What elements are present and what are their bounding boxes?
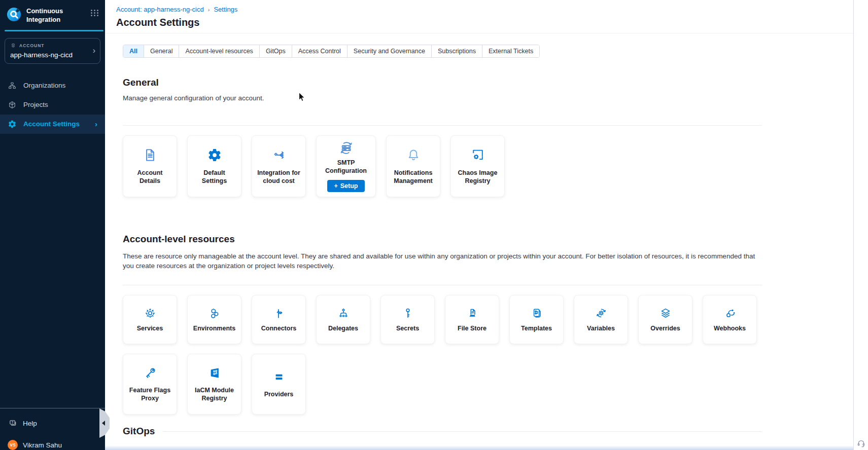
module-grid-icon[interactable]: [91, 7, 99, 16]
card-secrets[interactable]: Secrets: [380, 295, 435, 344]
card-label: Webhooks: [710, 325, 749, 333]
section-divider: [123, 125, 762, 126]
sidebar-item-organizations[interactable]: Organizations: [0, 76, 105, 95]
sidebar-footer: ? Help VS Vikram Sahu: [0, 408, 105, 450]
harness-ci-logo-icon[interactable]: [6, 7, 22, 22]
hexagons-icon: [208, 307, 221, 320]
general-cards: Account Details Default Settings In: [123, 135, 762, 197]
card-account-details[interactable]: Account Details: [123, 135, 177, 197]
card-label: Account Details: [123, 169, 177, 185]
double-bars-icon: [272, 370, 286, 384]
chevron-right-icon: ›: [93, 47, 95, 55]
avatar: VS: [8, 440, 18, 450]
chevron-left-icon: [102, 421, 105, 426]
tab-security-governance[interactable]: Security and Governance: [348, 45, 432, 57]
card-label: Notifications Management: [387, 169, 440, 185]
sidebar-item-account-settings[interactable]: Account Settings ›: [0, 115, 105, 134]
smtp-setup-label: Setup: [340, 182, 358, 190]
help-chat-icon: ?: [8, 419, 18, 428]
tab-subscriptions[interactable]: Subscriptions: [432, 45, 482, 57]
card-templates[interactable]: Templates: [509, 295, 564, 344]
card-label: Overrides: [647, 325, 683, 333]
gear-icon: [8, 120, 17, 129]
layers-stack-icon: [659, 307, 672, 320]
card-label: SMTP Configuration: [317, 159, 375, 175]
breadcrumb-account-link[interactable]: Account: app-harness-ng-cicd: [116, 6, 204, 13]
card-label: Connectors: [258, 325, 300, 333]
sidebar-nav: Organizations Projects Account Settings …: [0, 76, 105, 134]
card-services[interactable]: Services: [123, 295, 177, 344]
user-name: Vikram Sahu: [23, 441, 62, 449]
account-selector[interactable]: ACCOUNT app-harness-ng-cicd ›: [5, 38, 100, 64]
card-variables[interactable]: Variables: [574, 295, 628, 344]
gitops-heading: GitOps: [123, 426, 155, 437]
tab-account-level-resources[interactable]: Account-level resources: [179, 45, 259, 57]
card-providers[interactable]: Providers: [252, 354, 306, 415]
stacked-pages-icon: [530, 307, 543, 320]
gitops-section-header: GitOps: [123, 426, 762, 437]
document-icon: [143, 147, 158, 163]
card-label: Providers: [261, 391, 297, 399]
card-iacm-module-registry[interactable]: IaCM Module Registry: [187, 354, 241, 415]
webhook-icon: [723, 307, 737, 320]
right-rail: [853, 0, 868, 450]
help-label: Help: [23, 420, 37, 427]
page-title: Account Settings: [116, 17, 853, 28]
support-headset-icon[interactable]: [856, 439, 866, 448]
smtp-setup-button[interactable]: + Setup: [327, 180, 364, 192]
file-stand-icon: [466, 307, 479, 320]
card-delegates[interactable]: Delegates: [316, 295, 370, 344]
gitops-divider: [163, 431, 762, 432]
general-subtitle: Manage general configuration of your acc…: [123, 94, 762, 102]
gear-outline-icon: [144, 307, 157, 320]
section-divider: [123, 285, 762, 285]
svg-text:?: ?: [12, 421, 14, 424]
sidebar-item-label: Organizations: [23, 82, 65, 89]
card-feature-flags-proxy[interactable]: Feature Flags Proxy: [123, 354, 177, 415]
tab-all[interactable]: All: [123, 45, 144, 57]
tab-gitops[interactable]: GitOps: [260, 45, 292, 57]
account-label-row: ACCOUNT: [10, 43, 88, 49]
chevron-right-icon: ›: [95, 120, 97, 128]
card-environments[interactable]: Environments: [187, 295, 241, 344]
card-integration-cloud-cost[interactable]: Integration for cloud cost: [252, 135, 306, 197]
card-label: Default Settings: [188, 169, 241, 185]
card-default-settings[interactable]: Default Settings: [187, 135, 241, 197]
sidebar-item-label: Projects: [23, 101, 48, 108]
card-label: Integration for cloud cost: [252, 169, 305, 185]
card-label: Secrets: [393, 325, 423, 333]
card-webhooks[interactable]: Webhooks: [703, 295, 757, 344]
user-menu[interactable]: VS Vikram Sahu: [0, 428, 105, 450]
server-sync-icon: [338, 140, 354, 156]
key-vertical-icon: [401, 307, 414, 320]
account-label: ACCOUNT: [19, 43, 45, 48]
card-connectors[interactable]: Connectors: [252, 295, 306, 344]
resources-cards-row2: Feature Flags Proxy IaCM Module Registry: [123, 354, 762, 415]
card-label: Environments: [190, 325, 239, 333]
card-label: Chaos Image Registry: [451, 169, 504, 185]
module-accent-underline: [5, 30, 103, 31]
breadcrumb-settings-link[interactable]: Settings: [214, 6, 237, 13]
card-file-store[interactable]: File Store: [445, 295, 499, 344]
org-chart-icon: [8, 81, 17, 90]
card-label: Variables: [583, 325, 618, 333]
chevron-right-icon: ›: [208, 6, 210, 13]
help-button[interactable]: ? Help: [0, 408, 105, 428]
resources-cards-row1: Services Environments: [123, 295, 762, 344]
gear-icon: [207, 147, 222, 163]
card-notifications-management[interactable]: Notifications Management: [386, 135, 440, 197]
card-overrides[interactable]: Overrides: [638, 295, 692, 344]
module-board-icon: [207, 366, 222, 380]
page-body: All General Account-level resources GitO…: [105, 33, 762, 437]
card-smtp-configuration[interactable]: SMTP Configuration + Setup: [316, 135, 376, 197]
card-chaos-image-registry[interactable]: Chaos Image Registry: [450, 135, 505, 197]
tab-access-control[interactable]: Access Control: [292, 45, 348, 57]
bell-icon: [406, 147, 421, 163]
card-label: Services: [133, 325, 166, 333]
account-name: app-harness-ng-cicd: [10, 51, 88, 59]
general-heading: General: [123, 77, 762, 88]
sidebar-item-label: Account Settings: [23, 120, 80, 128]
sidebar-item-projects[interactable]: Projects: [0, 95, 105, 115]
tab-general[interactable]: General: [144, 45, 179, 57]
tab-external-tickets[interactable]: External Tickets: [482, 45, 539, 57]
